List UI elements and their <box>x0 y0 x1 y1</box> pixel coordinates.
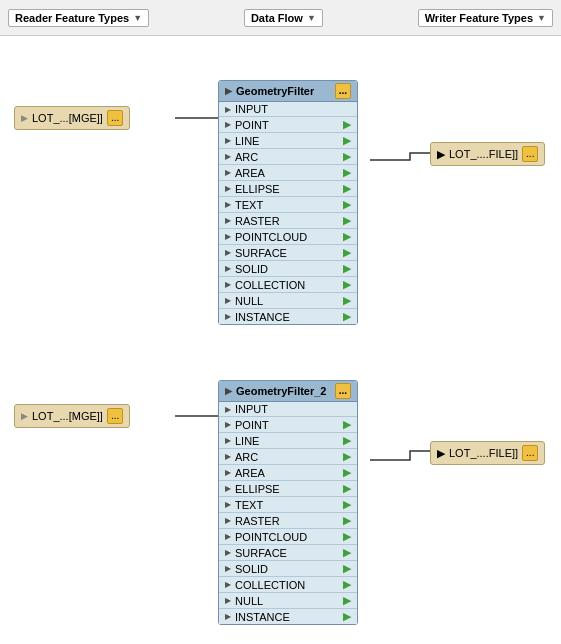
port-out-arrow-icon: ▶ <box>343 150 351 163</box>
port-null[interactable]: ▶NULL▶ <box>219 593 357 609</box>
port-tri-icon: ▶ <box>225 596 231 605</box>
port-label: SOLID <box>235 563 343 575</box>
port-line[interactable]: ▶LINE▶ <box>219 133 357 149</box>
port-label: INSTANCE <box>235 311 343 323</box>
filter2-ports: ▶INPUT▶POINT▶▶LINE▶▶ARC▶▶AREA▶▶ELLIPSE▶▶… <box>219 402 357 624</box>
geometry-filter-2: ▶ GeometryFilter_2 ... ▶INPUT▶POINT▶▶LIN… <box>218 380 358 625</box>
reader1-label: LOT_...[MGE]] <box>32 112 103 124</box>
port-tri-icon: ▶ <box>225 420 231 429</box>
port-tri-icon: ▶ <box>225 468 231 477</box>
port-tri-icon: ▶ <box>225 248 231 257</box>
port-tri-icon: ▶ <box>225 184 231 193</box>
port-surface[interactable]: ▶SURFACE▶ <box>219 245 357 261</box>
port-out-arrow-icon: ▶ <box>343 418 351 431</box>
reader-node-1[interactable]: ▶ LOT_...[MGE]] ... <box>14 106 130 130</box>
port-tri-icon: ▶ <box>225 136 231 145</box>
port-label: AREA <box>235 467 343 479</box>
port-out-arrow-icon: ▶ <box>343 262 351 275</box>
port-out-arrow-icon: ▶ <box>343 166 351 179</box>
port-label: INSTANCE <box>235 611 343 623</box>
port-tri-icon: ▶ <box>225 405 231 414</box>
filter2-options-button[interactable]: ... <box>335 383 351 399</box>
writer-node-2[interactable]: ▶ LOT_....FILE]] ... <box>430 441 545 465</box>
port-out-arrow-icon: ▶ <box>343 182 351 195</box>
filter2-expand-icon: ▶ <box>225 386 232 396</box>
port-out-arrow-icon: ▶ <box>343 498 351 511</box>
port-tri-icon: ▶ <box>225 312 231 321</box>
reader1-options-button[interactable]: ... <box>107 110 123 126</box>
port-tri-icon: ▶ <box>225 532 231 541</box>
writer1-options-button[interactable]: ... <box>522 146 538 162</box>
writer2-options-button[interactable]: ... <box>522 445 538 461</box>
writer-arrow-icon: ▼ <box>537 13 546 23</box>
port-tri-icon: ▶ <box>225 264 231 273</box>
port-line[interactable]: ▶LINE▶ <box>219 433 357 449</box>
port-surface[interactable]: ▶SURFACE▶ <box>219 545 357 561</box>
port-ellipse[interactable]: ▶ELLIPSE▶ <box>219 181 357 197</box>
port-arc[interactable]: ▶ARC▶ <box>219 149 357 165</box>
reader2-label: LOT_...[MGE]] <box>32 410 103 422</box>
filter1-options-button[interactable]: ... <box>335 83 351 99</box>
port-input[interactable]: ▶INPUT <box>219 402 357 417</box>
geometry-filter-1-header[interactable]: ▶ GeometryFilter ... <box>219 81 357 102</box>
reader2-options-button[interactable]: ... <box>107 408 123 424</box>
writer2-tri-icon: ▶ <box>437 447 445 460</box>
port-text[interactable]: ▶TEXT▶ <box>219 197 357 213</box>
port-tri-icon: ▶ <box>225 484 231 493</box>
port-label: COLLECTION <box>235 279 343 291</box>
port-out-arrow-icon: ▶ <box>343 134 351 147</box>
port-collection[interactable]: ▶COLLECTION▶ <box>219 577 357 593</box>
port-out-arrow-icon: ▶ <box>343 450 351 463</box>
reader-feature-types-label[interactable]: Reader Feature Types ▼ <box>8 9 149 27</box>
filter1-expand-icon: ▶ <box>225 86 232 96</box>
port-label: POINT <box>235 119 343 131</box>
port-out-arrow-icon: ▶ <box>343 610 351 623</box>
port-out-arrow-icon: ▶ <box>343 546 351 559</box>
port-solid[interactable]: ▶SOLID▶ <box>219 561 357 577</box>
port-solid[interactable]: ▶SOLID▶ <box>219 261 357 277</box>
port-label: AREA <box>235 167 343 179</box>
dataflow-arrow-icon: ▼ <box>307 13 316 23</box>
port-label: SOLID <box>235 263 343 275</box>
port-pointcloud[interactable]: ▶POINTCLOUD▶ <box>219 229 357 245</box>
port-area[interactable]: ▶AREA▶ <box>219 165 357 181</box>
port-out-arrow-icon: ▶ <box>343 578 351 591</box>
reader1-tri-icon: ▶ <box>21 113 28 123</box>
port-area[interactable]: ▶AREA▶ <box>219 465 357 481</box>
port-tri-icon: ▶ <box>225 580 231 589</box>
data-flow-label[interactable]: Data Flow ▼ <box>244 9 323 27</box>
port-label: POINTCLOUD <box>235 231 343 243</box>
port-label: INPUT <box>235 103 351 115</box>
port-out-arrow-icon: ▶ <box>343 594 351 607</box>
port-collection[interactable]: ▶COLLECTION▶ <box>219 277 357 293</box>
port-out-arrow-icon: ▶ <box>343 198 351 211</box>
writer1-label: LOT_....FILE]] <box>449 148 518 160</box>
port-tri-icon: ▶ <box>225 200 231 209</box>
port-pointcloud[interactable]: ▶POINTCLOUD▶ <box>219 529 357 545</box>
geometry-filter-2-header[interactable]: ▶ GeometryFilter_2 ... <box>219 381 357 402</box>
filter2-title: GeometryFilter_2 <box>236 385 326 397</box>
port-label: SURFACE <box>235 247 343 259</box>
port-text[interactable]: ▶TEXT▶ <box>219 497 357 513</box>
port-label: TEXT <box>235 199 343 211</box>
reader-node-2[interactable]: ▶ LOT_...[MGE]] ... <box>14 404 130 428</box>
filter1-ports: ▶INPUT▶POINT▶▶LINE▶▶ARC▶▶AREA▶▶ELLIPSE▶▶… <box>219 102 357 324</box>
canvas: ▶ LOT_...[MGE]] ... ▶ LOT_...[MGE]] ... … <box>0 36 561 644</box>
port-tri-icon: ▶ <box>225 612 231 621</box>
port-null[interactable]: ▶NULL▶ <box>219 293 357 309</box>
writer-feature-types-label[interactable]: Writer Feature Types ▼ <box>418 9 553 27</box>
port-input[interactable]: ▶INPUT <box>219 102 357 117</box>
port-label: SURFACE <box>235 547 343 559</box>
port-out-arrow-icon: ▶ <box>343 530 351 543</box>
port-arc[interactable]: ▶ARC▶ <box>219 449 357 465</box>
port-instance[interactable]: ▶INSTANCE▶ <box>219 309 357 324</box>
port-tri-icon: ▶ <box>225 296 231 305</box>
writer-node-1[interactable]: ▶ LOT_....FILE]] ... <box>430 142 545 166</box>
port-raster[interactable]: ▶RASTER▶ <box>219 513 357 529</box>
port-raster[interactable]: ▶RASTER▶ <box>219 213 357 229</box>
port-label: ARC <box>235 451 343 463</box>
port-point[interactable]: ▶POINT▶ <box>219 117 357 133</box>
port-instance[interactable]: ▶INSTANCE▶ <box>219 609 357 624</box>
port-ellipse[interactable]: ▶ELLIPSE▶ <box>219 481 357 497</box>
port-point[interactable]: ▶POINT▶ <box>219 417 357 433</box>
